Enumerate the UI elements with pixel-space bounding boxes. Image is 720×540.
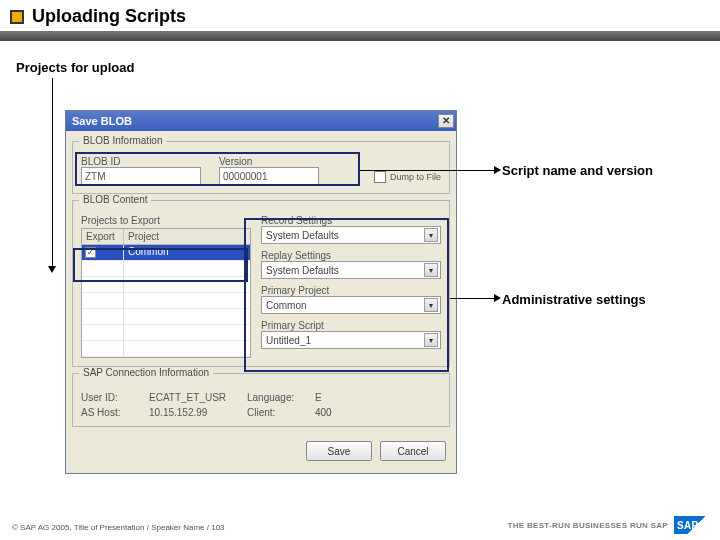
group-title-content: BLOB Content	[79, 194, 151, 205]
footer-text: © SAP AG 2005, Title of Presentation / S…	[12, 523, 225, 532]
group-sap-connection: SAP Connection Information User ID: ECAT…	[72, 373, 450, 427]
primary-script-label: Primary Script	[261, 320, 324, 331]
slide-title: Uploading Scripts	[32, 6, 186, 27]
table-row[interactable]	[82, 341, 250, 357]
chevron-down-icon: ▾	[424, 333, 438, 347]
primary-project-value: Common	[266, 300, 307, 311]
version-input[interactable]	[219, 167, 319, 185]
replay-settings-select[interactable]: System Defaults ▾	[261, 261, 441, 279]
record-settings-select[interactable]: System Defaults ▾	[261, 226, 441, 244]
subheading: Projects for upload	[16, 60, 134, 75]
primary-project-label: Primary Project	[261, 285, 329, 296]
arrow-head	[48, 266, 56, 273]
projects-label: Projects to Export	[81, 215, 160, 226]
footer-tagline: THE BEST-RUN BUSINESSES RUN SAP	[508, 521, 668, 530]
sap-logo: SAP	[674, 516, 708, 534]
title-marker	[10, 10, 24, 24]
arrow-line	[52, 78, 53, 268]
sap-logo-text: SAP	[677, 520, 698, 531]
table-row[interactable]	[82, 277, 250, 293]
client-value: 400	[315, 407, 405, 418]
record-settings-label: Record Settings	[261, 215, 332, 226]
blob-id-input[interactable]	[81, 167, 201, 185]
arrow-head	[494, 166, 501, 174]
dump-checkbox[interactable]	[374, 171, 386, 183]
table-row[interactable]	[82, 325, 250, 341]
replay-settings-value: System Defaults	[266, 265, 339, 276]
ashost-label: AS Host:	[81, 407, 141, 418]
chevron-down-icon: ▾	[424, 263, 438, 277]
language-label: Language:	[247, 392, 307, 403]
dialog-titlebar: Save BLOB ✕	[66, 111, 456, 131]
dump-label: Dump to File	[390, 172, 441, 182]
table-row[interactable]: ✓ Common	[82, 245, 250, 261]
table-row[interactable]	[82, 309, 250, 325]
group-blob-info: BLOB Information BLOB ID Version Dump to…	[72, 141, 450, 194]
client-label: Client:	[247, 407, 307, 418]
primary-script-value: Untitled_1	[266, 335, 311, 346]
group-title-sap: SAP Connection Information	[79, 367, 213, 378]
record-settings-value: System Defaults	[266, 230, 339, 241]
save-button[interactable]: Save	[306, 441, 372, 461]
arrow-head	[494, 294, 501, 302]
footer-tagline-group: THE BEST-RUN BUSINESSES RUN SAP SAP	[508, 516, 708, 534]
cancel-button-label: Cancel	[397, 446, 428, 457]
userid-value: ECATT_ET_USR	[149, 392, 239, 403]
arrow-line	[360, 170, 498, 171]
version-label: Version	[219, 156, 319, 167]
col-export: Export	[82, 229, 124, 244]
table-row[interactable]	[82, 293, 250, 309]
row-checkbox[interactable]: ✓	[85, 247, 96, 258]
save-button-label: Save	[328, 446, 351, 457]
arrow-line	[450, 298, 498, 299]
callout-script: Script name and version	[502, 163, 653, 178]
projects-table[interactable]: Export Project ✓ Common	[81, 228, 251, 358]
col-project: Project	[124, 229, 250, 244]
callout-admin: Administrative settings	[502, 292, 646, 307]
dialog-title: Save BLOB	[72, 115, 132, 127]
blob-id-label: BLOB ID	[81, 156, 201, 167]
language-value: E	[315, 392, 405, 403]
table-row[interactable]	[82, 261, 250, 277]
close-icon[interactable]: ✕	[438, 114, 454, 128]
cancel-button[interactable]: Cancel	[380, 441, 446, 461]
group-blob-content: BLOB Content Projects to Export Export P…	[72, 200, 450, 367]
userid-label: User ID:	[81, 392, 141, 403]
chevron-down-icon: ▾	[424, 298, 438, 312]
group-title-info: BLOB Information	[79, 135, 166, 146]
primary-project-select[interactable]: Common ▾	[261, 296, 441, 314]
primary-script-select[interactable]: Untitled_1 ▾	[261, 331, 441, 349]
save-blob-dialog: Save BLOB ✕ BLOB Information BLOB ID Ver…	[65, 110, 457, 474]
ashost-value: 10.15.152.99	[149, 407, 239, 418]
divider	[0, 31, 720, 41]
chevron-down-icon: ▾	[424, 228, 438, 242]
row-project: Common	[124, 245, 250, 260]
replay-settings-label: Replay Settings	[261, 250, 331, 261]
